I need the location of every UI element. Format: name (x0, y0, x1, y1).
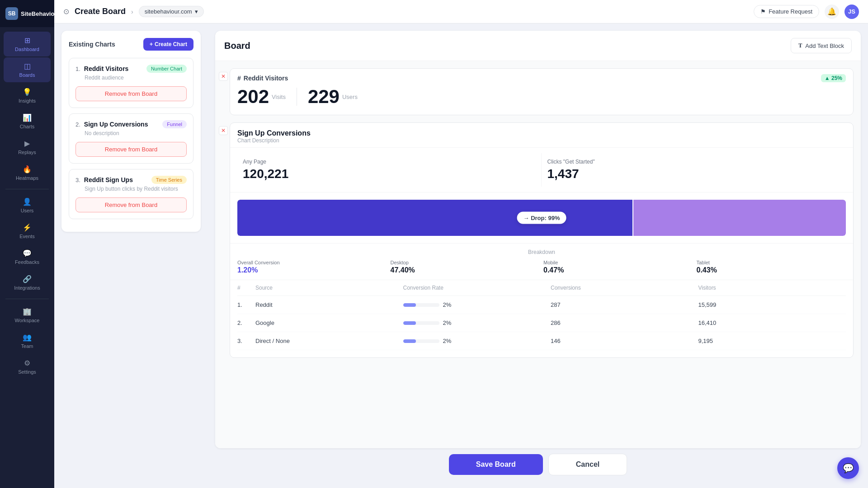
col-num: # (237, 285, 255, 291)
sidebar-item-replays[interactable]: ▶ Replays (4, 135, 51, 160)
cancel-button[interactable]: Cancel (548, 454, 627, 475)
metric-divider (297, 88, 297, 106)
add-text-block-button[interactable]: 𝐓 Add Text Block (791, 38, 852, 53)
sidebar-item-team[interactable]: 👥 Team (4, 328, 51, 353)
breadcrumb-site[interactable]: sitebehaviour.com ▾ (139, 6, 204, 17)
sidebar-item-workspace[interactable]: 🏢 Workspace (4, 303, 51, 328)
breakdown-tablet: Tablet 0.43% (697, 260, 846, 274)
funnel-chart-title: Sign Up Conversions (237, 129, 846, 137)
feature-request-button[interactable]: ⚑ Feature Request (754, 5, 819, 18)
sidebar-nav: ⊞ Dashboard ◫ Boards 💡 Insights 📊 Charts… (0, 27, 54, 488)
content-area: ⊙ Create Board › sitebehaviour.com ▾ ⚑ F… (54, 0, 868, 488)
add-text-block-label: Add Text Block (805, 42, 844, 49)
funnel-bar-right (633, 200, 846, 236)
table-header: # Source Conversion Rate Conversions Vis… (237, 280, 846, 296)
remove-chart-3-button[interactable]: Remove from Board (75, 197, 187, 212)
funnel-bar-area: → Drop: 99% (230, 192, 853, 244)
tablet-label: Tablet (697, 260, 846, 265)
sidebar-item-label: Feedbacks (15, 259, 39, 265)
settings-icon: ⚙ (24, 359, 30, 367)
create-chart-button[interactable]: + Create Chart (143, 38, 193, 51)
desktop-value: 47.40% (391, 266, 540, 274)
funnel-drop-badge: → Drop: 99% (517, 212, 566, 224)
row-2-rate: 2% (403, 319, 551, 326)
chart-item-2-num: 2. (75, 121, 80, 128)
header-right: ⚑ Feature Request 🔔 JS (754, 5, 859, 19)
funnel-steps: Any Page 120,221 Clicks "Get Started" 1,… (230, 148, 853, 192)
notification-button[interactable]: 🔔 (825, 5, 839, 19)
row-3-num: 3. (237, 338, 255, 344)
left-panel: Existing Charts + Create Chart 1. Reddit… (54, 23, 208, 488)
right-panel: Board 𝐓 Add Text Block ✕ (208, 23, 868, 488)
table-row: 2. Google 2% 286 16,410 (237, 314, 846, 332)
bottom-action-bar: Save Board Cancel (215, 448, 861, 481)
sidebar-item-label: Heatmaps (16, 175, 38, 181)
row-3-conversions: 146 (551, 338, 698, 344)
funnel-step-2: Clicks "Get Started" 1,437 (542, 153, 846, 187)
avatar[interactable]: JS (844, 5, 859, 19)
chart-item-1-num: 1. (75, 66, 80, 72)
row-3-visitors: 9,195 (698, 338, 846, 344)
sidebar-item-integrations[interactable]: 🔗 Integrations (4, 270, 51, 295)
funnel-chart-close-button[interactable]: ✕ (219, 126, 228, 135)
breakdown-mobile: Mobile 0.47% (543, 260, 693, 274)
chart-item-1-badge: Number Chart (146, 65, 187, 73)
chart-item-2-name: Sign Up Conversions (84, 121, 159, 128)
sidebar-item-charts[interactable]: 📊 Charts (4, 109, 51, 134)
breakdown-title: Breakdown (237, 249, 846, 255)
sidebar-item-dashboard[interactable]: ⊞ Dashboard (4, 32, 51, 56)
sidebar-item-users[interactable]: 👤 Users (4, 193, 51, 218)
col-rate: Conversion Rate (403, 285, 551, 291)
row-1-num: 1. (237, 301, 255, 308)
sidebar-logo[interactable]: SB SiteBehaviour (0, 0, 54, 27)
row-1-visitors: 15,599 (698, 301, 846, 308)
body-area: Existing Charts + Create Chart 1. Reddit… (54, 23, 868, 488)
board-title: Board (224, 41, 250, 51)
sidebar: SB SiteBehaviour ⊞ Dashboard ◫ Boards 💡 … (0, 0, 54, 488)
sidebar-item-label: Settings (18, 369, 36, 375)
chart-item-3-num: 3. (75, 177, 80, 183)
sidebar-item-events[interactable]: ⚡ Events (4, 219, 51, 244)
overall-label: Overall Conversion (237, 260, 387, 265)
replays-icon: ▶ (24, 139, 30, 148)
breakdown-desktop: Desktop 47.40% (391, 260, 540, 274)
percent-badge: ▲ 25% (821, 74, 846, 82)
sidebar-item-label: Workspace (15, 318, 40, 323)
chevron-down-icon: ▾ (195, 8, 198, 15)
funnel-step-1-value: 120,221 (243, 167, 536, 181)
sidebar-item-label: Events (19, 234, 35, 239)
users-label: Users (342, 94, 358, 100)
chat-button[interactable]: 💬 (837, 457, 859, 479)
sidebar-item-insights[interactable]: 💡 Insights (4, 83, 51, 108)
save-board-button[interactable]: Save Board (449, 454, 543, 475)
funnel-step-1-label: Any Page (243, 159, 536, 165)
number-chart-close-button[interactable]: ✕ (219, 72, 228, 81)
chart-item-3-desc: Sign Up button clicks by Reddit visitors (75, 186, 187, 192)
funnel-header: Sign Up Conversions Chart Description (230, 123, 853, 148)
funnel-breakdown: Breakdown Overall Conversion 1.20% Deskt… (230, 244, 853, 280)
boards-icon: ◫ (24, 62, 31, 70)
number-chart-values: 202 Visits 229 Users (230, 82, 853, 115)
mobile-label: Mobile (543, 260, 693, 265)
hash-icon: # (237, 75, 241, 82)
sidebar-item-feedbacks[interactable]: 💬 Feedbacks (4, 244, 51, 269)
remove-chart-1-button[interactable]: Remove from Board (75, 86, 187, 101)
mobile-value: 0.47% (543, 266, 693, 274)
sidebar-item-settings[interactable]: ⚙ Settings (4, 354, 51, 379)
users-value: 229 (308, 86, 340, 108)
chart-item-2: 2. Sign Up Conversions Funnel No descrip… (69, 113, 193, 164)
sidebar-item-boards[interactable]: ◫ Boards (4, 57, 51, 82)
sidebar-item-heatmaps[interactable]: 🔥 Heatmaps (4, 160, 51, 185)
chart-item-3-badge: Time Series (151, 176, 187, 184)
logo-icon: SB (5, 7, 18, 20)
text-icon: 𝐓 (798, 42, 802, 49)
remove-chart-2-button[interactable]: Remove from Board (75, 142, 187, 157)
row-2-source: Google (255, 319, 403, 326)
number-chart-widget-wrapper: ✕ # Reddit Visitors ▲ 25% (222, 68, 854, 115)
chart-item-2-badge: Funnel (162, 120, 187, 128)
breakdown-overall: Overall Conversion 1.20% (237, 260, 387, 274)
funnel-table: # Source Conversion Rate Conversions Vis… (230, 280, 853, 357)
funnel-chart-widget: Sign Up Conversions Chart Description An… (230, 122, 854, 358)
page-icon: ⊙ (63, 7, 69, 16)
dashboard-icon: ⊞ (24, 36, 30, 45)
